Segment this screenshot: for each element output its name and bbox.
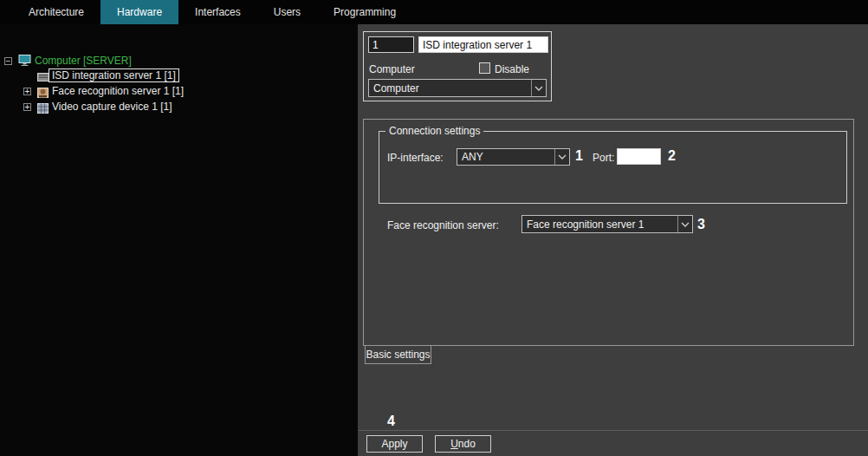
annotation-3: 3 [697, 217, 705, 232]
undo-button[interactable]: Undo [435, 435, 491, 453]
annotation-1: 1 [575, 148, 583, 164]
tree-item-isd-integration-server[interactable]: ISD integration server 1 [1] [49, 68, 179, 82]
object-name-field[interactable] [418, 36, 548, 53]
top-nav: Architecture Hardware Interfaces Users P… [0, 0, 868, 24]
tree-item-computer-server[interactable]: Computer [SERVER] [35, 55, 132, 67]
apply-button[interactable]: Apply [366, 435, 423, 453]
tree-expander-root[interactable]: − [4, 57, 12, 65]
tab-architecture[interactable]: Architecture [12, 0, 100, 24]
annotation-4: 4 [387, 414, 395, 429]
tab-programming[interactable]: Programming [317, 0, 412, 24]
computer-label: Computer [369, 63, 415, 75]
connection-settings-group [379, 131, 847, 204]
ip-interface-select[interactable]: ANY [457, 148, 570, 166]
annotation-2: 2 [668, 148, 676, 164]
face-recognition-server-label: Face recognition server: [387, 219, 499, 231]
ip-interface-value: ANY [457, 151, 554, 163]
chevron-down-icon [531, 80, 546, 96]
undo-button-mnemonic: U [450, 438, 458, 450]
computer-select-value: Computer [369, 82, 531, 94]
hardware-tree-panel: − Computer [SERVER] ISD integration serv… [0, 24, 358, 456]
undo-button-rest: ndo [458, 438, 476, 450]
camera-icon [37, 101, 49, 117]
disable-label: Disable [495, 63, 529, 75]
tab-interfaces[interactable]: Interfaces [178, 0, 257, 24]
ip-interface-label: IP-interface: [387, 152, 444, 164]
disable-checkbox[interactable] [479, 62, 490, 74]
tree-expander-face-server[interactable]: + [23, 88, 31, 95]
button-bar-divider [359, 430, 868, 431]
tab-hardware[interactable]: Hardware [100, 0, 178, 24]
tree-item-video-capture-device[interactable]: Video capture device 1 [1] [52, 101, 172, 113]
object-id-field[interactable] [368, 36, 414, 53]
computer-select[interactable]: Computer [368, 79, 547, 97]
tab-users[interactable]: Users [257, 0, 317, 24]
tree-item-face-recognition-server[interactable]: Face recognition server 1 [1] [52, 85, 184, 97]
chevron-down-icon [554, 149, 569, 165]
port-field[interactable] [617, 148, 661, 165]
server-icon [37, 70, 49, 86]
port-label: Port: [593, 152, 614, 164]
connection-settings-legend: Connection settings [385, 126, 483, 137]
computer-icon [18, 55, 32, 70]
face-recognition-server-select[interactable]: Face recognition server 1 [521, 215, 693, 233]
chevron-down-icon [677, 216, 692, 232]
face-icon [37, 86, 49, 101]
tab-basic-settings[interactable]: Basic settings [365, 345, 431, 364]
face-recognition-server-value: Face recognition server 1 [522, 218, 677, 231]
tree-expander-video-device[interactable]: + [23, 103, 31, 111]
app-window: Architecture Hardware Interfaces Users P… [0, 0, 868, 456]
